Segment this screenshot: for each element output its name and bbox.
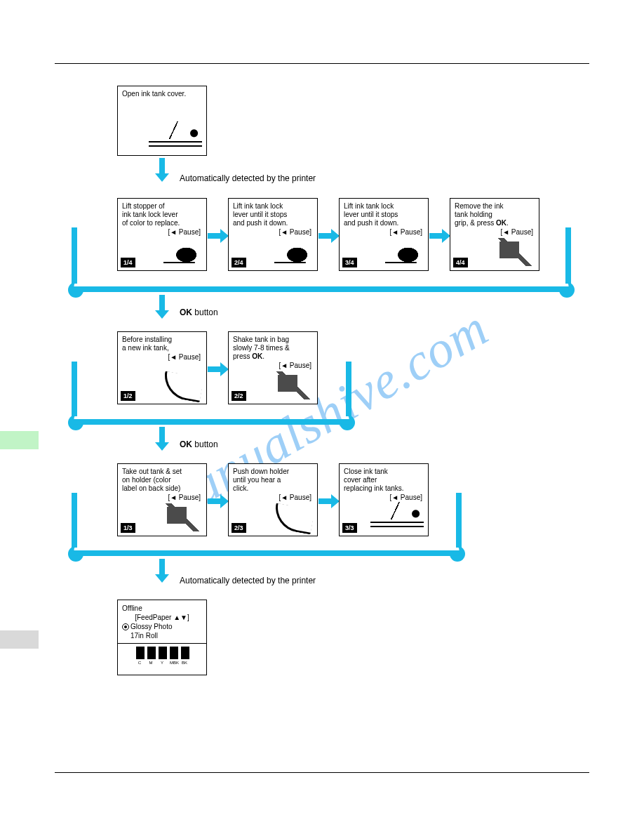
- arrow-right-icon: [429, 232, 450, 240]
- ink-y: Y: [159, 647, 166, 666]
- step-text: Take out tank & seton holder (colorlabel…: [118, 464, 206, 493]
- tank-icon: [163, 503, 202, 531]
- printer-display-offline: Offline [FeedPaper ▲▼] Glossy Photo 17in…: [117, 600, 207, 675]
- arrow-right-icon: [208, 497, 229, 505]
- hand-icon: [384, 238, 424, 266]
- label-ok-2: OK button: [180, 439, 218, 449]
- arrow-right-icon: [318, 232, 340, 240]
- offline-media-line: Glossy Photo: [122, 622, 202, 631]
- step-text: Before installinga new ink tank,: [118, 332, 206, 352]
- step-badge: 1/4: [121, 258, 135, 267]
- rule-top: [55, 63, 589, 64]
- page-tab-gray: [0, 630, 39, 649]
- step-text: Remove the inktank holdinggrip, & press …: [450, 199, 539, 227]
- step-text: Lift ink tank locklever until it stopsan…: [229, 199, 317, 227]
- offline-size: 17in Roll: [122, 631, 202, 640]
- ink-bk: BK: [181, 647, 188, 666]
- ink-c: C: [136, 647, 143, 666]
- label-ok-1: OK button: [180, 307, 218, 317]
- step-badge: 2/3: [232, 523, 246, 533]
- pause-label: [◄ Pause]: [340, 494, 428, 501]
- label-auto-detect-2: Automatically detected by the printer: [180, 576, 316, 585]
- label-auto-detect-1: Automatically detected by the printer: [180, 173, 316, 183]
- rule-bottom: [55, 772, 589, 773]
- step-badge: 4/4: [453, 258, 468, 267]
- arrow-down-icon: [158, 559, 166, 583]
- step-r2-2: Shake tank in bagslowly 7-8 times &press…: [228, 331, 318, 404]
- step-badge: 1/3: [121, 523, 135, 533]
- step-r3-2: Push down holderuntil you hear aclick. […: [228, 463, 318, 536]
- tank-icon: [495, 238, 535, 266]
- arrow-right-icon: [318, 497, 340, 505]
- page-tab-green: [0, 431, 39, 449]
- hand-icon: [163, 238, 202, 266]
- step-r3-3: Close ink tankcover afterreplacing ink t…: [339, 463, 429, 536]
- step-badge: 1/2: [121, 391, 135, 401]
- pause-label: [◄ Pause]: [229, 362, 317, 369]
- pause-label: [◄ Pause]: [118, 228, 206, 236]
- step-badge: 3/4: [342, 258, 357, 267]
- arrow-right-icon: [208, 232, 229, 240]
- printer-icon: [370, 502, 424, 531]
- step-text: Close ink tankcover afterreplacing ink t…: [340, 464, 428, 493]
- ink-m: M: [147, 647, 154, 666]
- step-open-cover: Open ink tank cover.: [117, 86, 207, 156]
- tank-icon: [274, 371, 313, 399]
- arrow-right-icon: [208, 365, 229, 373]
- pause-label: [◄ Pause]: [118, 353, 206, 361]
- arrow-down-icon: [158, 427, 166, 451]
- ink-mbk: MBK: [170, 647, 177, 666]
- pause-label: [◄ Pause]: [229, 228, 317, 236]
- hand-icon: [274, 238, 313, 266]
- step-badge: 2/2: [232, 391, 246, 401]
- step-badge: 3/3: [342, 523, 357, 533]
- step-r1-1: Lift stopper ofink tank lock leverof col…: [117, 198, 207, 271]
- step-r2-1: Before installinga new ink tank, [◄ Paus…: [117, 331, 207, 404]
- ink-level-row: C M Y MBK BK: [122, 647, 202, 666]
- step-badge: 2/4: [232, 258, 246, 267]
- curve-arrow-icon: [274, 506, 313, 531]
- divider: [118, 643, 206, 644]
- curve-arrow-icon: [163, 374, 202, 399]
- step-text: Open ink tank cover.: [118, 86, 206, 98]
- step-text: Push down holderuntil you hear aclick.: [229, 464, 317, 493]
- step-text: Shake tank in bagslowly 7-8 times &press…: [229, 332, 317, 361]
- pause-label: [◄ Pause]: [340, 228, 428, 236]
- pause-label: [◄ Pause]: [229, 494, 317, 501]
- pause-label: [◄ Pause]: [450, 228, 539, 236]
- step-r1-4: Remove the inktank holdinggrip, & press …: [450, 198, 539, 271]
- step-r3-1: Take out tank & seton holder (colorlabel…: [117, 463, 207, 536]
- bullseye-icon: [122, 623, 129, 630]
- step-r1-3: Lift ink tank locklever until it stopsan…: [339, 198, 429, 271]
- page-diagram: manualshive.com Open ink tank cover. Aut…: [0, 0, 644, 834]
- arrow-down-icon: [158, 295, 166, 319]
- pause-label: [◄ Pause]: [118, 494, 206, 501]
- step-r1-2: Lift ink tank locklever until it stopsan…: [228, 198, 318, 271]
- offline-feedpaper: [FeedPaper ▲▼]: [122, 613, 202, 622]
- arrow-down-icon: [158, 158, 166, 182]
- offline-title: Offline: [122, 604, 202, 613]
- step-text: Lift stopper ofink tank lock leverof col…: [118, 199, 206, 227]
- printer-icon: [149, 121, 202, 151]
- step-text: Lift ink tank locklever until it stopsan…: [340, 199, 428, 227]
